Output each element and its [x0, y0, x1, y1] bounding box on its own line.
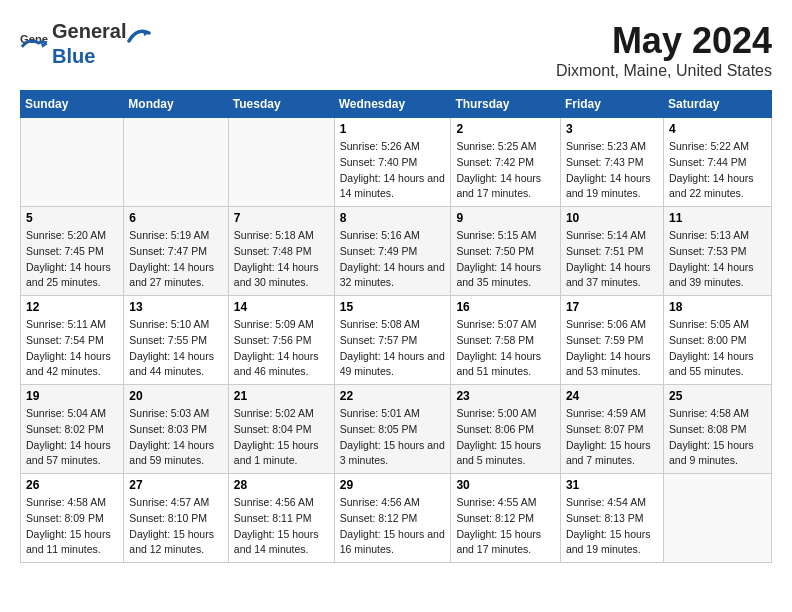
day-info: Sunrise: 4:58 AMSunset: 8:09 PMDaylight:… — [26, 495, 118, 558]
day-info: Sunrise: 5:04 AMSunset: 8:02 PMDaylight:… — [26, 406, 118, 469]
day-number: 11 — [669, 211, 766, 225]
logo-icon: General — [20, 30, 48, 58]
day-number: 24 — [566, 389, 658, 403]
calendar-cell: 3Sunrise: 5:23 AMSunset: 7:43 PMDaylight… — [560, 118, 663, 207]
day-info: Sunrise: 5:19 AMSunset: 7:47 PMDaylight:… — [129, 228, 222, 291]
calendar-cell: 17Sunrise: 5:06 AMSunset: 7:59 PMDayligh… — [560, 296, 663, 385]
day-info: Sunrise: 5:25 AMSunset: 7:42 PMDaylight:… — [456, 139, 555, 202]
day-number: 8 — [340, 211, 446, 225]
calendar-cell: 24Sunrise: 4:59 AMSunset: 8:07 PMDayligh… — [560, 385, 663, 474]
day-number: 17 — [566, 300, 658, 314]
day-info: Sunrise: 5:11 AMSunset: 7:54 PMDaylight:… — [26, 317, 118, 380]
day-info: Sunrise: 4:54 AMSunset: 8:13 PMDaylight:… — [566, 495, 658, 558]
calendar-cell: 10Sunrise: 5:14 AMSunset: 7:51 PMDayligh… — [560, 207, 663, 296]
logo-text: General Blue — [52, 20, 154, 68]
calendar-cell: 1Sunrise: 5:26 AMSunset: 7:40 PMDaylight… — [334, 118, 451, 207]
day-number: 23 — [456, 389, 555, 403]
week-row-3: 12Sunrise: 5:11 AMSunset: 7:54 PMDayligh… — [21, 296, 772, 385]
calendar-cell: 18Sunrise: 5:05 AMSunset: 8:00 PMDayligh… — [663, 296, 771, 385]
day-number: 16 — [456, 300, 555, 314]
day-number: 31 — [566, 478, 658, 492]
calendar-cell: 14Sunrise: 5:09 AMSunset: 7:56 PMDayligh… — [228, 296, 334, 385]
calendar-cell: 31Sunrise: 4:54 AMSunset: 8:13 PMDayligh… — [560, 474, 663, 563]
day-info: Sunrise: 5:08 AMSunset: 7:57 PMDaylight:… — [340, 317, 446, 380]
title-block: May 2024 Dixmont, Maine, United States — [556, 20, 772, 80]
day-number: 13 — [129, 300, 222, 314]
day-info: Sunrise: 5:26 AMSunset: 7:40 PMDaylight:… — [340, 139, 446, 202]
calendar-cell — [21, 118, 124, 207]
day-info: Sunrise: 5:05 AMSunset: 8:00 PMDaylight:… — [669, 317, 766, 380]
day-number: 5 — [26, 211, 118, 225]
calendar-cell: 22Sunrise: 5:01 AMSunset: 8:05 PMDayligh… — [334, 385, 451, 474]
day-number: 4 — [669, 122, 766, 136]
day-info: Sunrise: 4:56 AMSunset: 8:11 PMDaylight:… — [234, 495, 329, 558]
calendar-cell: 26Sunrise: 4:58 AMSunset: 8:09 PMDayligh… — [21, 474, 124, 563]
day-info: Sunrise: 5:06 AMSunset: 7:59 PMDaylight:… — [566, 317, 658, 380]
day-number: 27 — [129, 478, 222, 492]
weekday-header-thursday: Thursday — [451, 91, 561, 118]
day-number: 1 — [340, 122, 446, 136]
day-number: 18 — [669, 300, 766, 314]
day-number: 29 — [340, 478, 446, 492]
day-info: Sunrise: 5:09 AMSunset: 7:56 PMDaylight:… — [234, 317, 329, 380]
calendar-cell — [228, 118, 334, 207]
day-info: Sunrise: 5:03 AMSunset: 8:03 PMDaylight:… — [129, 406, 222, 469]
day-number: 9 — [456, 211, 555, 225]
calendar-title: May 2024 — [556, 20, 772, 62]
weekday-header-monday: Monday — [124, 91, 228, 118]
weekday-header-sunday: Sunday — [21, 91, 124, 118]
day-info: Sunrise: 5:00 AMSunset: 8:06 PMDaylight:… — [456, 406, 555, 469]
calendar-cell — [124, 118, 228, 207]
day-number: 25 — [669, 389, 766, 403]
calendar-cell — [663, 474, 771, 563]
day-number: 26 — [26, 478, 118, 492]
calendar-cell: 2Sunrise: 5:25 AMSunset: 7:42 PMDaylight… — [451, 118, 561, 207]
calendar-cell: 28Sunrise: 4:56 AMSunset: 8:11 PMDayligh… — [228, 474, 334, 563]
day-number: 30 — [456, 478, 555, 492]
calendar-cell: 20Sunrise: 5:03 AMSunset: 8:03 PMDayligh… — [124, 385, 228, 474]
day-info: Sunrise: 5:15 AMSunset: 7:50 PMDaylight:… — [456, 228, 555, 291]
calendar-cell: 9Sunrise: 5:15 AMSunset: 7:50 PMDaylight… — [451, 207, 561, 296]
day-info: Sunrise: 5:18 AMSunset: 7:48 PMDaylight:… — [234, 228, 329, 291]
calendar-cell: 8Sunrise: 5:16 AMSunset: 7:49 PMDaylight… — [334, 207, 451, 296]
day-info: Sunrise: 4:55 AMSunset: 8:12 PMDaylight:… — [456, 495, 555, 558]
day-info: Sunrise: 5:01 AMSunset: 8:05 PMDaylight:… — [340, 406, 446, 469]
page-header: General General Blue May 2024 Dixmont, M… — [20, 20, 772, 80]
day-number: 12 — [26, 300, 118, 314]
day-info: Sunrise: 4:59 AMSunset: 8:07 PMDaylight:… — [566, 406, 658, 469]
day-info: Sunrise: 4:58 AMSunset: 8:08 PMDaylight:… — [669, 406, 766, 469]
calendar-cell: 23Sunrise: 5:00 AMSunset: 8:06 PMDayligh… — [451, 385, 561, 474]
calendar-cell: 30Sunrise: 4:55 AMSunset: 8:12 PMDayligh… — [451, 474, 561, 563]
logo: General General Blue — [20, 20, 154, 68]
day-number: 14 — [234, 300, 329, 314]
day-number: 15 — [340, 300, 446, 314]
day-info: Sunrise: 5:16 AMSunset: 7:49 PMDaylight:… — [340, 228, 446, 291]
calendar-cell: 4Sunrise: 5:22 AMSunset: 7:44 PMDaylight… — [663, 118, 771, 207]
day-number: 3 — [566, 122, 658, 136]
week-row-4: 19Sunrise: 5:04 AMSunset: 8:02 PMDayligh… — [21, 385, 772, 474]
day-number: 7 — [234, 211, 329, 225]
calendar-cell: 29Sunrise: 4:56 AMSunset: 8:12 PMDayligh… — [334, 474, 451, 563]
week-row-2: 5Sunrise: 5:20 AMSunset: 7:45 PMDaylight… — [21, 207, 772, 296]
calendar-cell: 11Sunrise: 5:13 AMSunset: 7:53 PMDayligh… — [663, 207, 771, 296]
weekday-header-row: SundayMondayTuesdayWednesdayThursdayFrid… — [21, 91, 772, 118]
calendar-cell: 13Sunrise: 5:10 AMSunset: 7:55 PMDayligh… — [124, 296, 228, 385]
logo-arrow-icon — [127, 23, 153, 45]
weekday-header-wednesday: Wednesday — [334, 91, 451, 118]
calendar-cell: 12Sunrise: 5:11 AMSunset: 7:54 PMDayligh… — [21, 296, 124, 385]
day-info: Sunrise: 5:13 AMSunset: 7:53 PMDaylight:… — [669, 228, 766, 291]
day-number: 2 — [456, 122, 555, 136]
day-info: Sunrise: 5:14 AMSunset: 7:51 PMDaylight:… — [566, 228, 658, 291]
calendar-cell: 27Sunrise: 4:57 AMSunset: 8:10 PMDayligh… — [124, 474, 228, 563]
day-info: Sunrise: 5:02 AMSunset: 8:04 PMDaylight:… — [234, 406, 329, 469]
weekday-header-friday: Friday — [560, 91, 663, 118]
weekday-header-tuesday: Tuesday — [228, 91, 334, 118]
week-row-5: 26Sunrise: 4:58 AMSunset: 8:09 PMDayligh… — [21, 474, 772, 563]
day-number: 19 — [26, 389, 118, 403]
day-info: Sunrise: 4:57 AMSunset: 8:10 PMDaylight:… — [129, 495, 222, 558]
calendar-table: SundayMondayTuesdayWednesdayThursdayFrid… — [20, 90, 772, 563]
day-info: Sunrise: 5:23 AMSunset: 7:43 PMDaylight:… — [566, 139, 658, 202]
day-number: 6 — [129, 211, 222, 225]
calendar-cell: 21Sunrise: 5:02 AMSunset: 8:04 PMDayligh… — [228, 385, 334, 474]
day-info: Sunrise: 4:56 AMSunset: 8:12 PMDaylight:… — [340, 495, 446, 558]
